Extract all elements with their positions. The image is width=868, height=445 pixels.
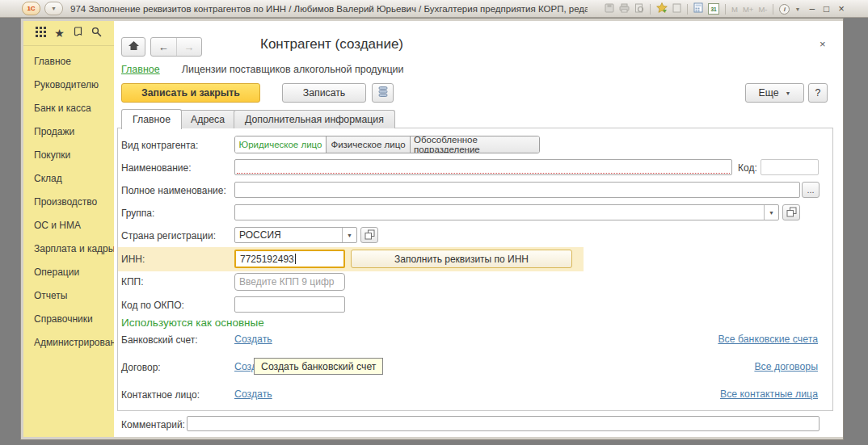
tab-adresa[interactable]: Адреса bbox=[179, 110, 236, 128]
sidebar-item-bank-i-kassa[interactable]: Банк и касса bbox=[23, 97, 114, 120]
sidebar-item-prodazhi[interactable]: Продажи bbox=[23, 120, 114, 144]
home-icon bbox=[128, 40, 140, 54]
window-close-button[interactable]: × bbox=[838, 0, 845, 18]
kind-option-obosoblennoe[interactable]: Обособленное подразделение bbox=[410, 136, 539, 153]
sidebar-item-pokupki[interactable]: Покупки bbox=[23, 144, 114, 167]
save-button[interactable]: Записать bbox=[282, 83, 366, 103]
contract-label: Договор: bbox=[121, 362, 161, 373]
tab-glavnoe[interactable]: Главное bbox=[121, 109, 182, 129]
help-button[interactable]: ? bbox=[808, 83, 828, 103]
sidebar-item-administrirovanie[interactable]: Администрирование bbox=[23, 331, 114, 355]
more-button[interactable]: Еще ▼ bbox=[745, 83, 804, 103]
breadcrumb-link-glavnoe[interactable]: Главное bbox=[121, 64, 160, 75]
form-close-icon[interactable]: × bbox=[820, 38, 826, 50]
country-combo[interactable]: РОССИЯ ▼ bbox=[234, 227, 357, 243]
kind-option-yuridicheskoe[interactable]: Юридическое лицо bbox=[235, 136, 326, 153]
sidebar-item-zarplata-i-kadry[interactable]: Зарплата и кадры bbox=[23, 237, 114, 261]
open-in-list-icon bbox=[364, 229, 375, 241]
calendar-icon[interactable]: 31 bbox=[708, 3, 719, 15]
comment-input[interactable] bbox=[187, 416, 820, 431]
system-menu-button[interactable]: ▼ bbox=[44, 2, 63, 15]
name-input[interactable] bbox=[234, 159, 732, 175]
code-input[interactable] bbox=[761, 159, 819, 175]
sidebar-item-otchety[interactable]: Отчеты bbox=[23, 284, 114, 308]
history-nav-group: ← → bbox=[150, 37, 202, 57]
page-title: Контрагент (создание) bbox=[260, 36, 403, 52]
contact-person-label: Контактное лицо: bbox=[121, 389, 200, 401]
okpo-input[interactable] bbox=[234, 296, 345, 313]
sidebar-icon-row: ★ bbox=[23, 21, 114, 46]
window-titlebar: 1С ▼ 974 Заполнение реквизитов контраген… bbox=[0, 0, 868, 18]
full-name-more-button[interactable]: ... bbox=[802, 182, 820, 198]
inn-label: ИНН: bbox=[121, 254, 145, 265]
sections-sidebar: ★ Главное Руководителю Банк и касса Прод… bbox=[23, 21, 114, 437]
save-and-close-button[interactable]: Записать и закрыть bbox=[121, 83, 260, 103]
save-icon[interactable] bbox=[605, 2, 614, 16]
calculator-icon[interactable] bbox=[693, 2, 703, 16]
dropdown-icon[interactable]: ▼ bbox=[764, 205, 778, 220]
info-icon[interactable]: i bbox=[779, 4, 790, 15]
sidebar-item-sklad[interactable]: Склад bbox=[23, 167, 114, 191]
sidebar-item-spravochniki[interactable]: Справочники bbox=[23, 308, 114, 331]
breadcrumb-secondary[interactable]: Лицензии поставщиков алкогольной продукц… bbox=[182, 64, 404, 75]
create-bank-account-tooltip: Создать банковский счет bbox=[254, 358, 383, 375]
text-cursor bbox=[295, 254, 296, 264]
sidebar-menu: Главное Руководителю Банк и касса Продаж… bbox=[23, 50, 114, 355]
code-label: Код: bbox=[738, 162, 757, 174]
chevron-down-icon: ▼ bbox=[786, 90, 791, 96]
all-bank-accounts-link[interactable]: Все банковские счета bbox=[718, 334, 818, 345]
sidebar-item-operacii[interactable]: Операции bbox=[23, 261, 114, 284]
group-label: Группа: bbox=[121, 208, 154, 219]
page-icon[interactable] bbox=[672, 2, 681, 16]
country-open-button[interactable] bbox=[360, 227, 378, 243]
forward-button[interactable]: → bbox=[176, 38, 202, 56]
sidebar-item-glavnoe[interactable]: Главное bbox=[23, 50, 114, 73]
breadcrumb: Главное Лицензии поставщиков алкогольной… bbox=[121, 64, 404, 75]
open-in-list-icon bbox=[786, 207, 797, 219]
sidebar-item-rukovoditelyu[interactable]: Руководителю bbox=[23, 73, 114, 97]
favorites-star-icon[interactable]: ★ bbox=[54, 28, 65, 39]
maximize-button[interactable]: □ bbox=[824, 0, 829, 18]
memory-recall-button[interactable]: M bbox=[731, 5, 738, 14]
contact-person-create-link[interactable]: Создать bbox=[234, 388, 272, 400]
name-label: Наименование: bbox=[121, 162, 192, 174]
print-icon[interactable] bbox=[619, 2, 630, 16]
kind-option-fizicheskoe[interactable]: Физическое лицо bbox=[326, 136, 410, 153]
section-heading: Используются как основные bbox=[121, 317, 264, 329]
app-logo-button[interactable]: 1С bbox=[22, 2, 40, 15]
sidebar-item-os-i-nma[interactable]: ОС и НМА bbox=[23, 214, 114, 237]
titlebar-separator bbox=[725, 4, 726, 15]
window-title: 974 Заполнение реквизитов контрагентов п… bbox=[70, 4, 588, 14]
bank-account-create-link[interactable]: Создать bbox=[234, 334, 272, 345]
all-contact-persons-link[interactable]: Все контактные лица bbox=[720, 388, 818, 400]
group-open-button[interactable] bbox=[782, 204, 800, 220]
group-combo[interactable]: ▼ bbox=[234, 204, 779, 220]
memory-plus-button[interactable]: M+ bbox=[743, 5, 753, 14]
full-name-input[interactable] bbox=[234, 182, 800, 198]
sidebar-item-proizvodstvo[interactable]: Производство bbox=[23, 191, 114, 214]
dropdown-icon[interactable]: ▼ bbox=[342, 228, 356, 242]
info-dropdown-icon[interactable]: ▼ bbox=[794, 6, 800, 12]
history-icon[interactable] bbox=[73, 26, 83, 40]
show-in-list-button[interactable] bbox=[372, 83, 394, 103]
okpo-label: Код по ОКПО: bbox=[121, 300, 184, 311]
database-icon bbox=[377, 86, 389, 100]
comment-label: Комментарий: bbox=[121, 419, 185, 430]
menu-grid-icon[interactable] bbox=[36, 26, 46, 40]
minimize-button[interactable]: – bbox=[809, 0, 815, 18]
tab-dop-informaciya[interactable]: Дополнительная информация bbox=[234, 110, 395, 128]
country-label: Страна регистрации: bbox=[121, 230, 216, 241]
favorites-icon[interactable] bbox=[656, 2, 668, 16]
memory-minus-button[interactable]: M- bbox=[758, 5, 767, 14]
fill-by-inn-button[interactable]: Заполнить реквизиты по ИНН bbox=[351, 250, 572, 268]
all-contracts-link[interactable]: Все договоры bbox=[754, 361, 818, 372]
print-preview-icon[interactable] bbox=[634, 2, 644, 16]
inn-input[interactable]: 7725192493 bbox=[234, 250, 345, 268]
home-button[interactable] bbox=[121, 37, 145, 57]
back-button[interactable]: ← bbox=[151, 38, 176, 56]
kind-toggle-group: Юридическое лицо Физическое лицо Обособл… bbox=[234, 136, 540, 153]
kpp-input[interactable]: Введите КПП 9 цифр bbox=[234, 273, 345, 291]
search-icon[interactable] bbox=[91, 26, 102, 40]
bank-account-label: Банковский счет: bbox=[121, 334, 198, 346]
titlebar-separator bbox=[650, 4, 651, 15]
